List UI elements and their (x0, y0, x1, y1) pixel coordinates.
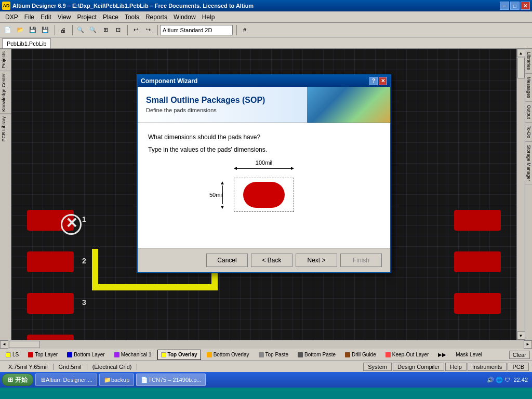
sidebar-item-projects[interactable]: Projects (0, 49, 11, 71)
finish-button[interactable]: Finish (340, 254, 382, 267)
layer-mechanical-label: Mechanical 1 (121, 352, 152, 357)
panel-messages[interactable]: Messages (525, 74, 532, 102)
dialog-instruction: Type in the values of the pads' dimensio… (148, 146, 380, 153)
electrical-grid: (Electrical Grid) (87, 364, 138, 370)
taskbar-icon-altium: 🖥 (40, 377, 46, 383)
layer-ls[interactable]: LS (2, 350, 22, 360)
dialog-close-button[interactable]: ✕ (379, 77, 387, 85)
menu-project[interactable]: Project (74, 12, 100, 22)
scroll-right-button[interactable]: ► (524, 340, 532, 349)
layer-more[interactable]: ▶▶ (434, 350, 450, 360)
far-right-panels: Libraries Messages Output To-Do Storage … (525, 49, 532, 340)
tab-pcblib[interactable]: PcbLib1.PcbLib (2, 38, 51, 48)
panel-todo[interactable]: To-Do (525, 123, 532, 142)
pcb-button[interactable]: PCB (508, 363, 529, 371)
toolbar-print[interactable]: 🖨 (57, 24, 69, 36)
back-button[interactable]: < Back (251, 254, 292, 267)
taskbar-item-tcn75[interactable]: 📄 TCN75 – 21490b.p... (136, 374, 206, 386)
help-button[interactable]: Help (445, 363, 467, 371)
menu-edit[interactable]: Edit (37, 12, 55, 22)
dialog-help-button[interactable]: ? (369, 77, 378, 85)
pcb-pad-3 (27, 293, 74, 314)
dialog-controls: ? ✕ (369, 77, 387, 85)
toolbar-save[interactable]: 💾 (27, 24, 38, 36)
pad-shape: ◄ ► 100mil ▲ ▼ 50mi (243, 182, 285, 208)
menu-reports[interactable]: Reports (142, 12, 170, 22)
panel-output[interactable]: Output (525, 102, 532, 123)
toolbar-zoom-area[interactable]: ⊡ (112, 24, 124, 36)
toolbar-zoom-out[interactable]: 🔍 (87, 24, 99, 36)
start-button[interactable]: ⊞ 开始 (2, 374, 33, 386)
toolbar-zoom-in[interactable]: 🔍 (75, 24, 86, 36)
layer-mask[interactable]: Mask Level (452, 350, 486, 360)
cancel-button[interactable]: Cancel (206, 254, 248, 267)
menu-file[interactable]: File (21, 12, 37, 22)
layer-drill-guide[interactable]: Drill Guide (341, 350, 380, 360)
menu-view[interactable]: View (55, 12, 74, 22)
layer-top-overlay[interactable]: Top Overlay (157, 350, 201, 360)
layer-bottom-overlay[interactable]: Bottom Overlay (203, 350, 253, 360)
grid-info: Grid:5mil (54, 364, 87, 370)
toolbar-open[interactable]: 📂 (15, 24, 26, 36)
panel-storage[interactable]: Storage Manager (525, 142, 532, 185)
next-button[interactable]: Next > (296, 254, 337, 267)
scroll-track[interactable] (517, 57, 525, 331)
toolbar-grid[interactable]: # (239, 24, 250, 36)
layer-bottom-paste[interactable]: Bottom Paste (294, 350, 339, 360)
pad-number-2: 2 (82, 257, 86, 265)
layer-keepout[interactable]: Keep-Out Layer (382, 350, 433, 360)
toolbar-redo[interactable]: ↪ (142, 24, 154, 36)
taskbar-item-altium[interactable]: 🖥 Altium Designer ... (35, 374, 97, 386)
layer-top-overlay-label: Top Overlay (168, 352, 197, 357)
menu-tools[interactable]: Tools (122, 12, 142, 22)
start-label: 开始 (15, 376, 28, 384)
sidebar-item-knowledge[interactable]: Knowledge Center (0, 71, 11, 114)
h-dim-label: 100mil (236, 159, 292, 166)
design-compiler-button[interactable]: Design Compiler (393, 363, 444, 371)
dialog-header: Small Outline Packages (SOP) Define the … (138, 87, 390, 123)
toolbar-zoom-fit[interactable]: ⊞ (100, 24, 111, 36)
layer-mechanical[interactable]: Mechanical 1 (111, 350, 155, 360)
toolbar-separator-5 (235, 25, 237, 35)
layer-top-paste-dot (259, 352, 264, 357)
window-title: Altium Designer 6.9 – E:\Dxp_Keil\PcbLib… (12, 3, 500, 9)
clock: 22:42 (513, 377, 528, 383)
pcb-pad-right-1 (454, 210, 501, 231)
taskbar: ⊞ 开始 🖥 Altium Designer ... 📁 backup 📄 TC… (0, 372, 532, 388)
system-button[interactable]: System (363, 363, 392, 371)
maximize-button[interactable]: □ (510, 2, 520, 10)
pcb-canvas[interactable]: 1 2 3 4 ✕ Component Wizard ? ✕ (11, 49, 516, 340)
taskbar-item-backup[interactable]: 📁 backup (99, 374, 134, 386)
toolbar-new[interactable]: 📄 (2, 24, 14, 36)
layer-top-paste[interactable]: Top Paste (255, 350, 292, 360)
bottom-v-arrow: ▼ (220, 204, 225, 210)
close-button[interactable]: ✕ (521, 2, 530, 10)
menu-help[interactable]: Help (199, 12, 218, 22)
clear-button[interactable]: Clear (509, 351, 530, 359)
menu-place[interactable]: Place (100, 12, 122, 22)
scroll-left-button[interactable]: ◄ (0, 340, 8, 349)
pad-diagram: ◄ ► 100mil ▲ ▼ 50mi (148, 164, 380, 226)
instruments-button[interactable]: Instruments (468, 363, 507, 371)
layer-bottom-paste-label: Bottom Paste (304, 352, 336, 357)
h-dim-line: ◄ ► (236, 168, 292, 169)
scroll-thumb[interactable] (517, 58, 525, 78)
scroll-up-button[interactable]: ▲ (517, 49, 525, 57)
view-dropdown[interactable]: Altium Standard 2D (160, 25, 233, 35)
panel-libraries[interactable]: Libraries (525, 49, 532, 74)
toolbar-save-all[interactable]: 💾 (39, 24, 51, 36)
pcb-pad-2 (27, 251, 74, 272)
h-scroll-track[interactable] (8, 340, 524, 349)
h-scroll-thumb[interactable] (9, 341, 40, 348)
menu-window[interactable]: Window (170, 12, 199, 22)
scroll-down-button[interactable]: ▼ (517, 331, 525, 340)
layer-more-label: ▶▶ (438, 352, 446, 357)
minimize-button[interactable]: − (500, 2, 509, 10)
toolbar-undo[interactable]: ↩ (130, 24, 141, 36)
toolbar-separator-3 (126, 25, 128, 35)
menu-dxp[interactable]: DXP (2, 12, 21, 22)
layer-bottom[interactable]: Bottom Layer (63, 350, 108, 360)
layer-top[interactable]: Top Layer (24, 350, 61, 360)
sidebar-item-pcblib[interactable]: PCB Library (0, 114, 11, 144)
coord-bar: X:75mil Y:65mil Grid:5mil (Electrical Gr… (0, 361, 532, 372)
